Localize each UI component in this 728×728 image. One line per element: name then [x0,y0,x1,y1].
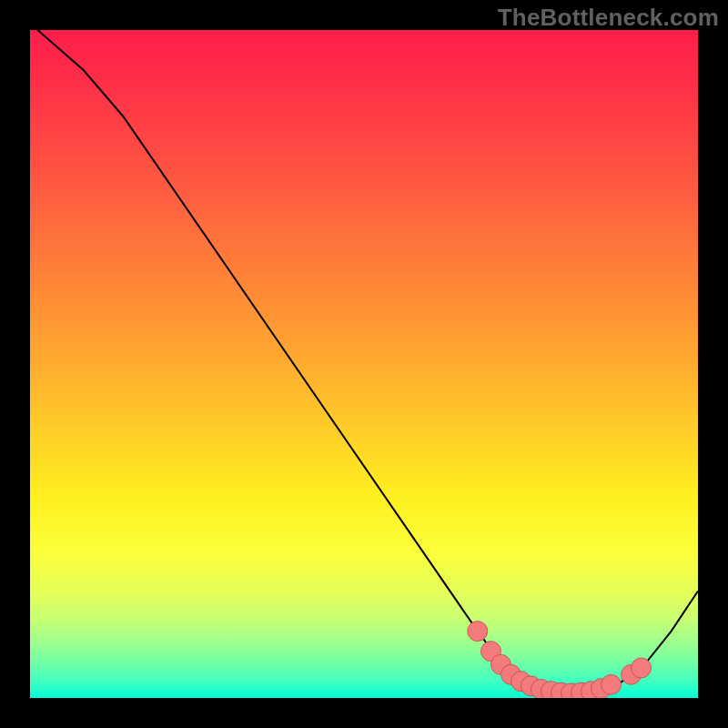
bottleneck-curve [30,30,698,694]
curve-dot [602,674,622,694]
curve-dots [468,622,652,698]
plot-area [30,30,698,698]
curve-layer [30,30,698,698]
curve-dot [632,658,652,678]
watermark-text: TheBottleneck.com [498,4,719,32]
chart-frame: TheBottleneck.com [0,0,728,728]
curve-dot [468,622,488,642]
